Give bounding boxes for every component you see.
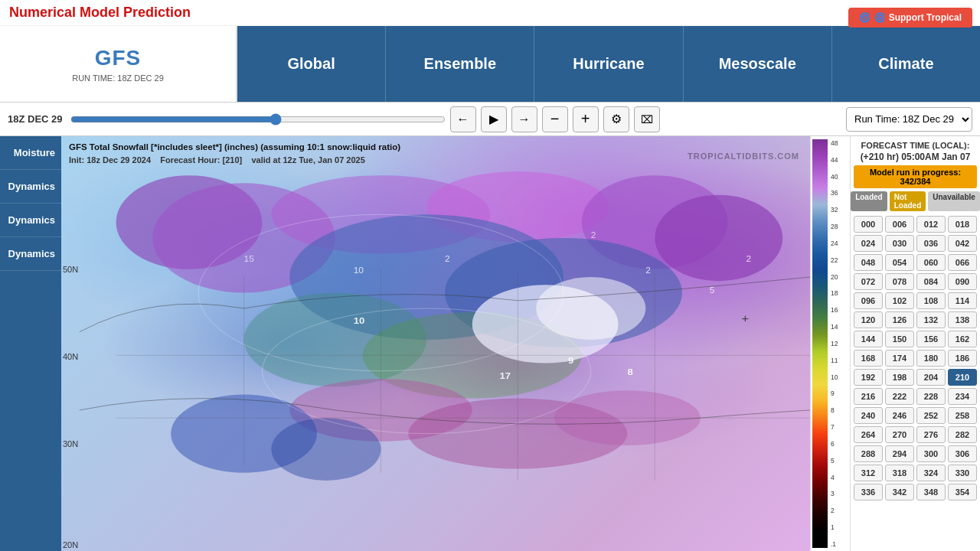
hour-btn-096[interactable]: 096: [854, 292, 883, 309]
nav-tabs: Global Ensemble Hurricane Mesoscale Clim…: [237, 26, 980, 102]
svg-text:17: 17: [499, 371, 511, 381]
map-svg: 10 17 9 8 10 2 2 15 5 2 2 +: [61, 136, 810, 551]
hour-btn-126[interactable]: 126: [885, 311, 914, 328]
hour-btn-198[interactable]: 198: [885, 369, 914, 386]
status-unavailable: Unavailable: [928, 191, 980, 211]
hour-btn-066[interactable]: 066: [948, 254, 977, 271]
minus-button[interactable]: −: [542, 106, 568, 132]
hour-btn-114[interactable]: 114: [948, 292, 977, 309]
hour-btn-222[interactable]: 222: [885, 388, 914, 405]
hour-btn-108[interactable]: 108: [916, 292, 946, 309]
hour-btn-300[interactable]: 300: [916, 445, 946, 462]
tab-mesoscale[interactable]: Mesoscale: [684, 26, 832, 102]
hour-btn-294[interactable]: 294: [885, 445, 914, 462]
colorbar: 4844403632 2824222018 1614121110 98765 4…: [810, 136, 850, 551]
hour-btn-072[interactable]: 072: [854, 273, 883, 290]
hour-btn-252[interactable]: 252: [916, 407, 946, 424]
hour-btn-264[interactable]: 264: [854, 426, 883, 443]
hour-btn-210[interactable]: 210: [948, 369, 977, 386]
hour-btn-000[interactable]: 000: [854, 216, 883, 233]
status-not-loaded[interactable]: Not Loaded: [890, 191, 926, 211]
hour-btn-132[interactable]: 132: [916, 311, 946, 328]
hour-btn-078[interactable]: 078: [885, 273, 914, 290]
hour-btn-060[interactable]: 060: [916, 254, 946, 271]
support-button[interactable]: 🌀 🌀 Support Tropical: [848, 8, 972, 28]
hour-btn-354[interactable]: 354: [948, 484, 977, 500]
hour-btn-006[interactable]: 006: [885, 216, 914, 233]
svg-text:10: 10: [354, 316, 365, 326]
tab-climate[interactable]: Climate: [832, 26, 980, 102]
settings-button[interactable]: ⚙: [603, 106, 629, 132]
next-button[interactable]: →: [511, 106, 537, 132]
hour-btn-054[interactable]: 054: [885, 254, 914, 271]
hour-btn-192[interactable]: 192: [854, 369, 883, 386]
timeline-slider[interactable]: [70, 113, 446, 126]
svg-text:2: 2: [645, 266, 651, 275]
hour-btn-036[interactable]: 036: [916, 235, 946, 252]
right-panel: FORECAST TIME (LOCAL): (+210 hr) 05:00AM…: [850, 136, 980, 551]
left-sidebar: Moisture Dynamics Dynamics Dynamics: [0, 136, 61, 551]
hour-btn-342[interactable]: 342: [885, 484, 914, 500]
svg-text:10: 10: [354, 266, 364, 275]
hour-btn-042[interactable]: 042: [948, 235, 977, 252]
hour-btn-330[interactable]: 330: [948, 465, 977, 481]
hour-btn-258[interactable]: 258: [948, 407, 977, 424]
hour-btn-162[interactable]: 162: [948, 331, 977, 347]
hour-btn-084[interactable]: 084: [916, 273, 946, 290]
hour-btn-228[interactable]: 228: [916, 388, 946, 405]
hour-btn-030[interactable]: 030: [885, 235, 914, 252]
hour-btn-018[interactable]: 018: [948, 216, 977, 233]
hour-btn-090[interactable]: 090: [948, 273, 977, 290]
hour-btn-024[interactable]: 024: [854, 235, 883, 252]
hour-btn-318[interactable]: 318: [885, 465, 914, 481]
grid-button[interactable]: ⌧: [634, 106, 660, 132]
hour-btn-288[interactable]: 288: [854, 445, 883, 462]
plus-button[interactable]: +: [573, 106, 599, 132]
hour-btn-204[interactable]: 204: [916, 369, 946, 386]
hour-btn-168[interactable]: 168: [854, 350, 883, 367]
hour-btn-186[interactable]: 186: [948, 350, 977, 367]
svg-point-17: [536, 277, 645, 340]
hour-btn-312[interactable]: 312: [854, 465, 883, 481]
hour-btn-150[interactable]: 150: [885, 331, 914, 347]
run-label: 18Z DEC 29: [8, 113, 63, 125]
tab-global[interactable]: Global: [237, 26, 386, 102]
svg-text:2: 2: [445, 254, 450, 262]
hour-btn-138[interactable]: 138: [948, 311, 977, 328]
sidebar-item-dynamics1[interactable]: Dynamics: [0, 170, 61, 204]
hour-btn-174[interactable]: 174: [885, 350, 914, 367]
hour-btn-120[interactable]: 120: [854, 311, 883, 328]
hour-btn-324[interactable]: 324: [916, 465, 946, 481]
run-time-select[interactable]: Run Time: 18Z Dec 29: [846, 107, 972, 132]
svg-point-6: [655, 195, 782, 281]
hour-btn-216[interactable]: 216: [854, 388, 883, 405]
hour-btn-270[interactable]: 270: [885, 426, 914, 443]
hour-btn-348[interactable]: 348: [916, 484, 946, 500]
sidebar-item-moisture[interactable]: Moisture: [0, 136, 61, 170]
svg-text:+: +: [742, 313, 750, 325]
hour-btn-336[interactable]: 336: [854, 484, 883, 500]
hour-btn-102[interactable]: 102: [885, 292, 914, 309]
hour-btn-276[interactable]: 276: [916, 426, 946, 443]
play-button[interactable]: ▶: [481, 106, 507, 132]
tab-hurricane[interactable]: Hurricane: [534, 26, 683, 102]
hour-btn-012[interactable]: 012: [916, 216, 946, 233]
hour-btn-156[interactable]: 156: [916, 331, 946, 347]
hour-btn-180[interactable]: 180: [916, 350, 946, 367]
hour-grid: 0000060120180240300360420480540600660720…: [854, 216, 977, 500]
prev-button[interactable]: ←: [450, 106, 476, 132]
hour-btn-048[interactable]: 048: [854, 254, 883, 271]
watermark: TROPICALTIDBITS.COM: [688, 152, 799, 161]
hour-btn-246[interactable]: 246: [885, 407, 914, 424]
forecast-time-value: (+210 hr) 05:00AM Jan 07: [854, 152, 977, 162]
sidebar-item-dynamics3[interactable]: Dynamics: [0, 237, 61, 271]
tab-ensemble[interactable]: Ensemble: [386, 26, 534, 102]
sidebar-item-dynamics2[interactable]: Dynamics: [0, 204, 61, 237]
status-loaded[interactable]: Loaded: [851, 191, 887, 211]
hour-btn-234[interactable]: 234: [948, 388, 977, 405]
hour-btn-240[interactable]: 240: [854, 407, 883, 424]
hour-btn-144[interactable]: 144: [854, 331, 883, 347]
hour-btn-282[interactable]: 282: [948, 426, 977, 443]
svg-text:9: 9: [568, 355, 574, 365]
hour-btn-306[interactable]: 306: [948, 445, 977, 462]
